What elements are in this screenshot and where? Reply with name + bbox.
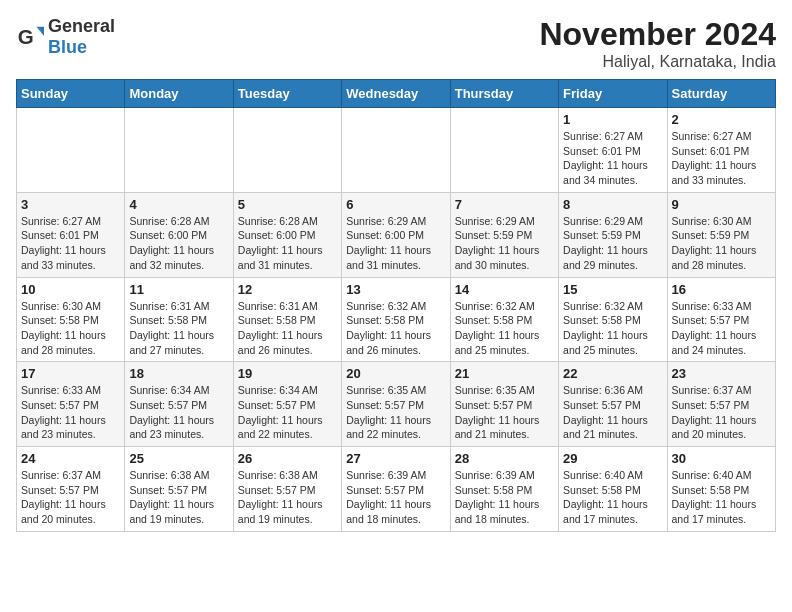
- day-info: Sunrise: 6:28 AM Sunset: 6:00 PM Dayligh…: [238, 214, 337, 273]
- weekday-header: Monday: [125, 80, 233, 108]
- calendar-cell: [125, 108, 233, 193]
- calendar-cell: 23Sunrise: 6:37 AM Sunset: 5:57 PM Dayli…: [667, 362, 775, 447]
- calendar-cell: 28Sunrise: 6:39 AM Sunset: 5:58 PM Dayli…: [450, 447, 558, 532]
- day-number: 22: [563, 366, 662, 381]
- calendar-cell: 29Sunrise: 6:40 AM Sunset: 5:58 PM Dayli…: [559, 447, 667, 532]
- day-info: Sunrise: 6:32 AM Sunset: 5:58 PM Dayligh…: [563, 299, 662, 358]
- day-info: Sunrise: 6:27 AM Sunset: 6:01 PM Dayligh…: [21, 214, 120, 273]
- day-info: Sunrise: 6:28 AM Sunset: 6:00 PM Dayligh…: [129, 214, 228, 273]
- logo-blue: Blue: [48, 37, 87, 57]
- day-info: Sunrise: 6:38 AM Sunset: 5:57 PM Dayligh…: [129, 468, 228, 527]
- weekday-header: Saturday: [667, 80, 775, 108]
- calendar-cell: 4Sunrise: 6:28 AM Sunset: 6:00 PM Daylig…: [125, 192, 233, 277]
- day-info: Sunrise: 6:36 AM Sunset: 5:57 PM Dayligh…: [563, 383, 662, 442]
- weekday-header: Friday: [559, 80, 667, 108]
- day-info: Sunrise: 6:34 AM Sunset: 5:57 PM Dayligh…: [129, 383, 228, 442]
- day-info: Sunrise: 6:29 AM Sunset: 5:59 PM Dayligh…: [563, 214, 662, 273]
- day-number: 3: [21, 197, 120, 212]
- weekday-header: Thursday: [450, 80, 558, 108]
- day-number: 8: [563, 197, 662, 212]
- calendar-cell: 27Sunrise: 6:39 AM Sunset: 5:57 PM Dayli…: [342, 447, 450, 532]
- day-info: Sunrise: 6:29 AM Sunset: 5:59 PM Dayligh…: [455, 214, 554, 273]
- day-number: 16: [672, 282, 771, 297]
- day-number: 17: [21, 366, 120, 381]
- calendar-table: SundayMondayTuesdayWednesdayThursdayFrid…: [16, 79, 776, 532]
- day-number: 26: [238, 451, 337, 466]
- day-info: Sunrise: 6:29 AM Sunset: 6:00 PM Dayligh…: [346, 214, 445, 273]
- day-number: 4: [129, 197, 228, 212]
- calendar-cell: 21Sunrise: 6:35 AM Sunset: 5:57 PM Dayli…: [450, 362, 558, 447]
- day-info: Sunrise: 6:31 AM Sunset: 5:58 PM Dayligh…: [129, 299, 228, 358]
- calendar-cell: 10Sunrise: 6:30 AM Sunset: 5:58 PM Dayli…: [17, 277, 125, 362]
- day-info: Sunrise: 6:35 AM Sunset: 5:57 PM Dayligh…: [346, 383, 445, 442]
- day-number: 6: [346, 197, 445, 212]
- calendar-cell: 22Sunrise: 6:36 AM Sunset: 5:57 PM Dayli…: [559, 362, 667, 447]
- day-number: 24: [21, 451, 120, 466]
- svg-marker-1: [37, 27, 44, 36]
- calendar-cell: [342, 108, 450, 193]
- calendar-cell: 18Sunrise: 6:34 AM Sunset: 5:57 PM Dayli…: [125, 362, 233, 447]
- logo: G General Blue: [16, 16, 115, 58]
- day-number: 27: [346, 451, 445, 466]
- day-info: Sunrise: 6:34 AM Sunset: 5:57 PM Dayligh…: [238, 383, 337, 442]
- calendar-cell: 14Sunrise: 6:32 AM Sunset: 5:58 PM Dayli…: [450, 277, 558, 362]
- day-number: 18: [129, 366, 228, 381]
- calendar-cell: 13Sunrise: 6:32 AM Sunset: 5:58 PM Dayli…: [342, 277, 450, 362]
- day-info: Sunrise: 6:32 AM Sunset: 5:58 PM Dayligh…: [346, 299, 445, 358]
- calendar-cell: 2Sunrise: 6:27 AM Sunset: 6:01 PM Daylig…: [667, 108, 775, 193]
- day-info: Sunrise: 6:33 AM Sunset: 5:57 PM Dayligh…: [672, 299, 771, 358]
- weekday-header: Tuesday: [233, 80, 341, 108]
- day-number: 9: [672, 197, 771, 212]
- calendar-cell: 19Sunrise: 6:34 AM Sunset: 5:57 PM Dayli…: [233, 362, 341, 447]
- title-block: November 2024 Haliyal, Karnataka, India: [539, 16, 776, 71]
- calendar-cell: 16Sunrise: 6:33 AM Sunset: 5:57 PM Dayli…: [667, 277, 775, 362]
- day-info: Sunrise: 6:27 AM Sunset: 6:01 PM Dayligh…: [672, 129, 771, 188]
- day-info: Sunrise: 6:37 AM Sunset: 5:57 PM Dayligh…: [672, 383, 771, 442]
- calendar-cell: 7Sunrise: 6:29 AM Sunset: 5:59 PM Daylig…: [450, 192, 558, 277]
- page-header: G General Blue November 2024 Haliyal, Ka…: [16, 16, 776, 71]
- day-info: Sunrise: 6:30 AM Sunset: 5:59 PM Dayligh…: [672, 214, 771, 273]
- day-number: 11: [129, 282, 228, 297]
- day-number: 13: [346, 282, 445, 297]
- page-subtitle: Haliyal, Karnataka, India: [539, 53, 776, 71]
- logo-icon: G: [16, 23, 44, 51]
- page-title: November 2024: [539, 16, 776, 53]
- calendar-cell: 6Sunrise: 6:29 AM Sunset: 6:00 PM Daylig…: [342, 192, 450, 277]
- calendar-week-row: 3Sunrise: 6:27 AM Sunset: 6:01 PM Daylig…: [17, 192, 776, 277]
- weekday-header: Wednesday: [342, 80, 450, 108]
- calendar-cell: 26Sunrise: 6:38 AM Sunset: 5:57 PM Dayli…: [233, 447, 341, 532]
- calendar-cell: 25Sunrise: 6:38 AM Sunset: 5:57 PM Dayli…: [125, 447, 233, 532]
- calendar-cell: [233, 108, 341, 193]
- calendar-cell: 9Sunrise: 6:30 AM Sunset: 5:59 PM Daylig…: [667, 192, 775, 277]
- calendar-cell: 17Sunrise: 6:33 AM Sunset: 5:57 PM Dayli…: [17, 362, 125, 447]
- day-info: Sunrise: 6:40 AM Sunset: 5:58 PM Dayligh…: [563, 468, 662, 527]
- calendar-cell: 11Sunrise: 6:31 AM Sunset: 5:58 PM Dayli…: [125, 277, 233, 362]
- calendar-cell: [17, 108, 125, 193]
- weekday-header-row: SundayMondayTuesdayWednesdayThursdayFrid…: [17, 80, 776, 108]
- day-info: Sunrise: 6:31 AM Sunset: 5:58 PM Dayligh…: [238, 299, 337, 358]
- calendar-week-row: 1Sunrise: 6:27 AM Sunset: 6:01 PM Daylig…: [17, 108, 776, 193]
- day-info: Sunrise: 6:32 AM Sunset: 5:58 PM Dayligh…: [455, 299, 554, 358]
- day-number: 19: [238, 366, 337, 381]
- day-number: 23: [672, 366, 771, 381]
- day-number: 7: [455, 197, 554, 212]
- logo-general: General: [48, 16, 115, 36]
- day-info: Sunrise: 6:33 AM Sunset: 5:57 PM Dayligh…: [21, 383, 120, 442]
- day-info: Sunrise: 6:30 AM Sunset: 5:58 PM Dayligh…: [21, 299, 120, 358]
- calendar-cell: 1Sunrise: 6:27 AM Sunset: 6:01 PM Daylig…: [559, 108, 667, 193]
- calendar-cell: 30Sunrise: 6:40 AM Sunset: 5:58 PM Dayli…: [667, 447, 775, 532]
- day-number: 1: [563, 112, 662, 127]
- calendar-cell: 8Sunrise: 6:29 AM Sunset: 5:59 PM Daylig…: [559, 192, 667, 277]
- day-number: 29: [563, 451, 662, 466]
- day-number: 14: [455, 282, 554, 297]
- calendar-cell: 24Sunrise: 6:37 AM Sunset: 5:57 PM Dayli…: [17, 447, 125, 532]
- day-number: 25: [129, 451, 228, 466]
- day-number: 2: [672, 112, 771, 127]
- day-number: 10: [21, 282, 120, 297]
- calendar-cell: 5Sunrise: 6:28 AM Sunset: 6:00 PM Daylig…: [233, 192, 341, 277]
- day-info: Sunrise: 6:40 AM Sunset: 5:58 PM Dayligh…: [672, 468, 771, 527]
- day-number: 30: [672, 451, 771, 466]
- day-info: Sunrise: 6:38 AM Sunset: 5:57 PM Dayligh…: [238, 468, 337, 527]
- day-number: 12: [238, 282, 337, 297]
- day-info: Sunrise: 6:39 AM Sunset: 5:58 PM Dayligh…: [455, 468, 554, 527]
